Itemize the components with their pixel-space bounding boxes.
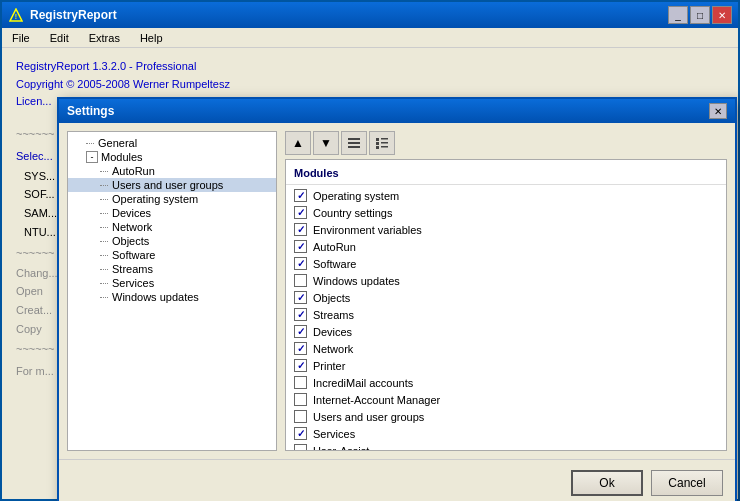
module-item-services[interactable]: Services <box>286 425 726 442</box>
tree-label-modules: Modules <box>101 151 143 163</box>
checkbox-printer[interactable] <box>294 359 307 372</box>
module-item-usersgroups[interactable]: Users and user groups <box>286 408 726 425</box>
module-label-usersgroups: Users and user groups <box>313 411 424 423</box>
detail-view-button[interactable] <box>369 131 395 155</box>
svg-rect-10 <box>381 146 388 148</box>
svg-text:!: ! <box>15 13 17 20</box>
move-down-button[interactable]: ▼ <box>313 131 339 155</box>
module-item-network[interactable]: Network <box>286 340 726 357</box>
extras-menu[interactable]: Extras <box>83 30 126 46</box>
checkbox-country[interactable] <box>294 206 307 219</box>
close-window-button[interactable]: ✕ <box>712 6 732 24</box>
checkbox-os[interactable] <box>294 189 307 202</box>
modules-items-container: Operating systemCountry settingsEnvironm… <box>286 187 726 451</box>
list-view-button[interactable] <box>341 131 367 155</box>
help-menu[interactable]: Help <box>134 30 169 46</box>
file-menu[interactable]: File <box>6 30 36 46</box>
checkbox-software[interactable] <box>294 257 307 270</box>
tree-label-users: Users and user groups <box>112 179 223 191</box>
tree-item-network[interactable]: Network <box>68 220 276 234</box>
checkbox-objects[interactable] <box>294 291 307 304</box>
tree-item-general[interactable]: General <box>68 136 276 150</box>
module-label-network: Network <box>313 343 353 355</box>
window-controls: _ □ ✕ <box>668 6 732 24</box>
svg-rect-2 <box>348 138 360 140</box>
dialog-body: General - Modules AutoRun Users and user… <box>59 123 735 459</box>
modules-toolbar: ▲ ▼ <box>285 131 727 155</box>
checkbox-winupdates[interactable] <box>294 274 307 287</box>
main-window: ! RegistryReport _ □ ✕ File Edit Extras … <box>0 0 740 501</box>
ok-button[interactable]: Ok <box>571 470 643 496</box>
edit-menu[interactable]: Edit <box>44 30 75 46</box>
module-label-objects: Objects <box>313 292 350 304</box>
tree-label-general: General <box>98 137 137 149</box>
checkbox-autorun[interactable] <box>294 240 307 253</box>
modules-list: Modules Operating systemCountry settings… <box>285 159 727 451</box>
tree-label-streams: Streams <box>112 263 153 275</box>
module-label-os: Operating system <box>313 190 399 202</box>
module-item-devices[interactable]: Devices <box>286 323 726 340</box>
dialog-close-button[interactable]: ✕ <box>709 103 727 119</box>
checkbox-envvars[interactable] <box>294 223 307 236</box>
checkbox-network[interactable] <box>294 342 307 355</box>
tree-leaf-icon-autorun <box>100 171 108 172</box>
checkbox-streams[interactable] <box>294 308 307 321</box>
module-label-winupdates: Windows updates <box>313 275 400 287</box>
module-item-country[interactable]: Country settings <box>286 204 726 221</box>
tree-label-devices: Devices <box>112 207 151 219</box>
maximize-button[interactable]: □ <box>690 6 710 24</box>
modules-list-header: Modules <box>286 164 726 185</box>
tree-item-winupdates[interactable]: Windows updates <box>68 290 276 304</box>
module-item-os[interactable]: Operating system <box>286 187 726 204</box>
settings-tree: General - Modules AutoRun Users and user… <box>67 131 277 451</box>
checkbox-userassist[interactable] <box>294 444 307 451</box>
tree-leaf-icon-objects <box>100 241 108 242</box>
tree-expander-modules[interactable]: - <box>86 151 98 163</box>
checkbox-incredimail[interactable] <box>294 376 307 389</box>
dialog-footer: Ok Cancel <box>59 459 735 501</box>
tree-leaf-icon-network <box>100 227 108 228</box>
module-label-internetacct: Internet-Account Manager <box>313 394 440 406</box>
tree-item-streams[interactable]: Streams <box>68 262 276 276</box>
module-item-software[interactable]: Software <box>286 255 726 272</box>
tree-leaf-icon <box>86 143 94 144</box>
tree-label-objects: Objects <box>112 235 149 247</box>
cancel-button[interactable]: Cancel <box>651 470 723 496</box>
tree-leaf-icon-streams <box>100 269 108 270</box>
tree-item-services[interactable]: Services <box>68 276 276 290</box>
module-item-streams[interactable]: Streams <box>286 306 726 323</box>
module-label-streams: Streams <box>313 309 354 321</box>
app-icon: ! <box>8 7 24 23</box>
module-item-incredimail[interactable]: IncrediMail accounts <box>286 374 726 391</box>
module-label-software: Software <box>313 258 356 270</box>
tree-item-modules[interactable]: - Modules <box>68 150 276 164</box>
move-up-button[interactable]: ▲ <box>285 131 311 155</box>
module-item-userassist[interactable]: User-Assist <box>286 442 726 451</box>
checkbox-usersgroups[interactable] <box>294 410 307 423</box>
module-item-objects[interactable]: Objects <box>286 289 726 306</box>
tree-item-devices[interactable]: Devices <box>68 206 276 220</box>
tree-label-services: Services <box>112 277 154 289</box>
settings-dialog: Settings ✕ General - Modules A <box>57 97 737 501</box>
checkbox-devices[interactable] <box>294 325 307 338</box>
module-item-internetacct[interactable]: Internet-Account Manager <box>286 391 726 408</box>
checkbox-internetacct[interactable] <box>294 393 307 406</box>
tree-item-users[interactable]: Users and user groups <box>68 178 276 192</box>
main-window-title: RegistryReport <box>30 8 668 22</box>
tree-item-autorun[interactable]: AutoRun <box>68 164 276 178</box>
module-item-winupdates[interactable]: Windows updates <box>286 272 726 289</box>
tree-label-winupdates: Windows updates <box>112 291 199 303</box>
main-title-bar: ! RegistryReport _ □ ✕ <box>2 2 738 28</box>
minimize-button[interactable]: _ <box>668 6 688 24</box>
svg-rect-6 <box>381 138 388 140</box>
svg-rect-9 <box>376 146 379 149</box>
module-label-incredimail: IncrediMail accounts <box>313 377 413 389</box>
tree-item-objects[interactable]: Objects <box>68 234 276 248</box>
checkbox-services[interactable] <box>294 427 307 440</box>
module-item-envvars[interactable]: Environment variables <box>286 221 726 238</box>
module-item-printer[interactable]: Printer <box>286 357 726 374</box>
app-version-line: RegistryReport 1.3.2.0 - Professional <box>16 58 724 76</box>
tree-item-os[interactable]: Operating system <box>68 192 276 206</box>
tree-item-software[interactable]: Software <box>68 248 276 262</box>
module-item-autorun[interactable]: AutoRun <box>286 238 726 255</box>
